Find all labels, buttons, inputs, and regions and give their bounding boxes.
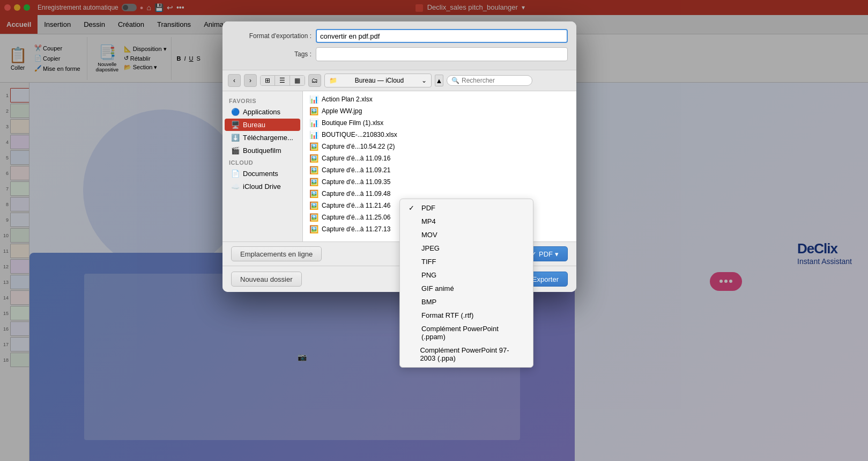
sidebar-item-applications[interactable]: 🔵 Applications xyxy=(225,106,300,118)
search-box: 🔍 xyxy=(447,75,532,86)
boutiquefilm-label: Boutiquefilm xyxy=(243,147,281,155)
format-item-label: TIFF xyxy=(421,258,436,266)
favoris-section-label: Favoris xyxy=(222,96,302,105)
new-folder-label: Nouveau dossier xyxy=(240,275,293,283)
file-list-item[interactable]: 🖼️Capture d'é...à 11.09.35 xyxy=(303,176,576,188)
file-name: Capture d'é...à 11.25.06 xyxy=(322,214,390,221)
file-type-icon: 📊 xyxy=(309,119,318,127)
file-type-icon: 🖼️ xyxy=(309,142,318,151)
tags-input[interactable] xyxy=(316,47,568,61)
format-item-label: Format RTF (.rtf) xyxy=(421,311,473,319)
browser-toolbar: ‹ › ⊞ ☰ ▦ 🗂 📁 Bureau — iCloud ⌄ ▲ 🔍 xyxy=(222,70,576,91)
file-type-icon: 🖼️ xyxy=(309,201,318,210)
documents-label: Documents xyxy=(243,170,278,178)
format-item-label: MOV xyxy=(421,231,437,239)
format-item-label: Complément PowerPoint (.ppam) xyxy=(421,325,524,341)
bureau-icon: 🖥️ xyxy=(231,121,240,129)
view-column-button[interactable]: ▦ xyxy=(290,76,305,85)
sidebar-item-icloud-drive[interactable]: ☁️ iCloud Drive xyxy=(225,180,300,193)
format-checkmark: ✓ xyxy=(409,204,417,212)
format-menu-item-png[interactable]: PNG xyxy=(400,268,533,282)
file-name: Capture d'é...à 11.09.16 xyxy=(322,155,390,162)
applications-icon: 🔵 xyxy=(231,108,240,116)
search-icon: 🔍 xyxy=(451,77,459,84)
format-item-label: PDF xyxy=(421,204,435,212)
file-name: Capture d'é...à 11.09.35 xyxy=(322,178,390,186)
format-menu-item-mp4[interactable]: MP4 xyxy=(400,215,533,228)
format-export-label: Format d'exportation : xyxy=(231,32,311,40)
format-menu-item-rtf[interactable]: Format RTF (.rtf) xyxy=(400,309,533,322)
tags-label: Tags : xyxy=(231,50,311,58)
new-folder-button[interactable]: Nouveau dossier xyxy=(231,272,302,287)
format-menu-item-jpeg[interactable]: JPEG xyxy=(400,242,533,255)
export-label: Exporter xyxy=(532,275,559,283)
dialog-header: Format d'exportation : Tags : xyxy=(222,21,576,70)
search-input[interactable] xyxy=(462,77,521,84)
sidebar-item-documents[interactable]: 📄 Documents xyxy=(225,167,300,180)
icloud-icon: ☁️ xyxy=(231,182,240,191)
format-menu-item-mov[interactable]: MOV xyxy=(400,228,533,242)
file-name: Capture d'é...à 11.27.13 xyxy=(322,225,390,233)
file-type-icon: 🖼️ xyxy=(309,178,318,186)
online-locations-button[interactable]: Emplacements en ligne xyxy=(231,246,322,261)
format-item-label: MP4 xyxy=(421,217,436,225)
format-menu-item-ppa[interactable]: Complément PowerPoint 97-2003 (.ppa) xyxy=(400,343,533,365)
format-export-input[interactable] xyxy=(316,29,568,43)
file-list-item[interactable]: 🖼️Capture d'é...10.54.22 (2) xyxy=(303,141,576,152)
location-selector[interactable]: 📁 Bureau — iCloud ⌄ xyxy=(324,74,432,87)
file-name: Capture d'é...à 11.21.46 xyxy=(322,202,390,209)
format-item-label: BMP xyxy=(421,298,436,306)
file-type-icon: 🖼️ xyxy=(309,107,318,115)
boutiquefilm-icon: 🎬 xyxy=(231,147,240,155)
file-list-item[interactable]: 🖼️Capture d'é...à 11.09.21 xyxy=(303,164,576,176)
downloads-icon: ⬇️ xyxy=(231,134,240,142)
location-label: Bureau — iCloud xyxy=(355,77,404,84)
applications-label: Applications xyxy=(243,108,280,116)
file-type-icon: 📊 xyxy=(309,130,318,139)
format-menu-item-pdf[interactable]: ✓PDF xyxy=(400,201,533,215)
forward-button[interactable]: › xyxy=(244,74,257,87)
file-list-item[interactable]: 🖼️Capture d'é...à 11.09.48 xyxy=(303,188,576,200)
location-expand-button[interactable]: ▲ xyxy=(435,75,443,86)
location-chevron: ⌄ xyxy=(421,77,427,84)
file-type-icon: 🖼️ xyxy=(309,166,318,174)
format-dropdown-menu: ✓PDFMP4MOVJPEGTIFFPNGGIF animéBMPFormat … xyxy=(399,199,533,368)
format-item-label: PNG xyxy=(421,271,436,279)
online-locations-label: Emplacements en ligne xyxy=(240,250,313,258)
format-item-label: GIF animé xyxy=(421,284,454,292)
sidebar-item-boutiquefilm[interactable]: 🎬 Boutiquefilm xyxy=(225,144,300,157)
icloud-drive-label: iCloud Drive xyxy=(243,182,281,191)
back-button[interactable]: ‹ xyxy=(228,74,241,87)
bureau-label: Bureau xyxy=(243,121,265,129)
file-type-icon: 📊 xyxy=(309,95,318,104)
format-menu-item-tiff[interactable]: TIFF xyxy=(400,255,533,268)
view-selector: ⊞ ☰ ▦ xyxy=(260,75,305,86)
format-chevron-icon: ▾ xyxy=(555,250,559,258)
new-folder-toolbar-button[interactable]: 🗂 xyxy=(308,74,321,87)
file-name: Capture d'é...à 11.09.21 xyxy=(322,166,390,174)
sidebar-item-telechargements[interactable]: ⬇️ Téléchargeme... xyxy=(225,131,300,144)
sidebar-item-bureau[interactable]: 🖥️ Bureau xyxy=(225,119,300,131)
file-type-icon: 🖼️ xyxy=(309,154,318,163)
format-export-field: Format d'exportation : xyxy=(231,29,568,43)
icloud-section-label: iCloud xyxy=(222,157,302,167)
view-icon-button[interactable]: ⊞ xyxy=(261,76,275,85)
file-type-icon: 🖼️ xyxy=(309,213,318,222)
file-name: Apple WW.jpg xyxy=(322,107,362,115)
file-name: Boutique Film (1).xlsx xyxy=(322,119,383,127)
format-menu-item-ppam[interactable]: Complément PowerPoint (.ppam) xyxy=(400,322,533,343)
format-item-label: Complément PowerPoint 97-2003 (.ppa) xyxy=(420,346,524,362)
footer-left: Nouveau dossier xyxy=(231,272,302,287)
file-list-item[interactable]: 📊BOUTIQUE-...210830.xlsx xyxy=(303,129,576,141)
view-list-button[interactable]: ☰ xyxy=(275,76,290,85)
file-list-item[interactable]: 📊Boutique Film (1).xlsx xyxy=(303,117,576,129)
format-item-label: JPEG xyxy=(421,244,440,252)
file-list-item[interactable]: 🖼️Capture d'é...à 11.09.16 xyxy=(303,152,576,164)
file-list-item[interactable]: 🖼️Apple WW.jpg xyxy=(303,105,576,117)
format-menu-item-bmp[interactable]: BMP xyxy=(400,295,533,309)
tags-field: Tags : xyxy=(231,47,568,61)
file-type-icon: 🖼️ xyxy=(309,225,318,233)
file-list-item[interactable]: 📊Action Plan 2.xlsx xyxy=(303,93,576,105)
format-menu-item-gif[interactable]: GIF animé xyxy=(400,282,533,295)
format-selected-label: PDF xyxy=(539,250,553,258)
